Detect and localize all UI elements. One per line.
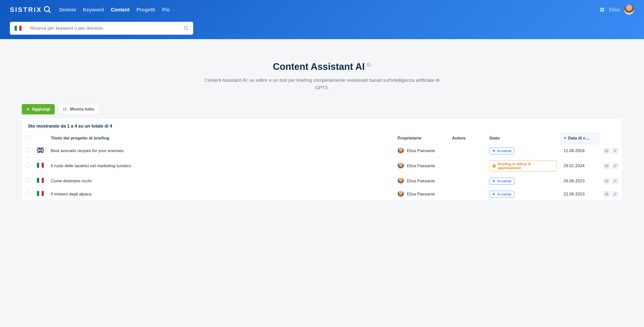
pencil-icon xyxy=(613,164,617,168)
brand-text: SISTRIX xyxy=(10,6,42,14)
date-cell: 29.01.2024 xyxy=(560,157,600,174)
search-icon xyxy=(184,26,189,31)
pencil-icon: ✎ xyxy=(492,192,496,196)
owner-avatar xyxy=(398,163,404,169)
nav-domini[interactable]: Domini xyxy=(59,7,76,13)
username[interactable]: Elisa xyxy=(609,7,620,13)
svg-line-1 xyxy=(48,11,50,12)
table-row: Il mistero degli alpacaElisa Paesante✎In… xyxy=(22,188,622,201)
owner-avatar xyxy=(398,148,404,154)
view-button[interactable] xyxy=(603,178,610,184)
page-subtitle: Content Assistant AI: un editor e un too… xyxy=(201,76,443,92)
svg-rect-4 xyxy=(600,10,602,12)
user-area: Elisa xyxy=(600,5,634,14)
flag-it-icon xyxy=(37,178,44,183)
list-icon xyxy=(63,107,67,112)
author-cell xyxy=(448,157,486,174)
eye-icon xyxy=(604,164,608,168)
main-content: Content Assistant AI ? Content Assistant… xyxy=(0,39,644,211)
sort-desc-icon: ▼ xyxy=(564,136,567,140)
svg-line-7 xyxy=(187,29,188,30)
nav-more-label: Più xyxy=(162,7,170,13)
owner-name: Elisa Paesante xyxy=(407,148,435,153)
edit-button[interactable] xyxy=(612,148,618,154)
pencil-icon xyxy=(613,149,617,153)
add-button[interactable]: + Aggiungi xyxy=(22,104,55,114)
eye-icon xyxy=(604,192,608,196)
status-badge[interactable]: ✎In corso xyxy=(489,178,514,184)
flag-gb-icon xyxy=(37,148,44,152)
view-button[interactable] xyxy=(603,148,610,154)
col-date-label: Data di c… xyxy=(568,136,590,140)
searchbar xyxy=(10,22,193,35)
briefings-table: Titolo del progetto di briefing Propriet… xyxy=(22,132,622,201)
plus-icon: + xyxy=(26,107,30,112)
magnifier-icon xyxy=(43,6,52,14)
show-all-label: Mostra tutto xyxy=(70,107,94,112)
pencil-icon: ✎ xyxy=(492,149,496,153)
svg-point-12 xyxy=(64,110,64,110)
main-nav: Domini Keyword Content Progetti Più xyxy=(59,7,174,13)
edit-button[interactable] xyxy=(612,191,618,198)
country-select[interactable] xyxy=(10,22,26,35)
svg-point-14 xyxy=(606,150,607,151)
view-button[interactable] xyxy=(603,163,610,169)
col-title[interactable]: Titolo del progetto di briefing xyxy=(47,132,394,144)
pencil-icon xyxy=(613,192,617,196)
chevron-down-icon xyxy=(172,8,175,12)
pencil-icon: ✎ xyxy=(492,179,496,183)
nav-keyword[interactable]: Keyword xyxy=(83,7,104,13)
row-checkbox[interactable] xyxy=(26,148,30,152)
flag-it-icon xyxy=(14,26,22,31)
owner-avatar xyxy=(398,191,404,198)
avatar[interactable] xyxy=(624,5,634,14)
view-button[interactable] xyxy=(603,191,610,198)
search-input[interactable] xyxy=(26,22,179,35)
page-title: Content Assistant AI ? xyxy=(273,62,371,72)
svg-point-8 xyxy=(64,108,64,108)
add-button-label: Aggiungi xyxy=(32,107,50,112)
brand-logo[interactable]: SISTRIX xyxy=(10,6,52,14)
help-icon[interactable]: ? xyxy=(366,62,371,67)
search-button[interactable] xyxy=(179,22,193,35)
status-label: Briefing in attesa di approvazione xyxy=(498,162,553,170)
edit-button[interactable] xyxy=(612,163,618,169)
status-label: In corso xyxy=(497,179,511,183)
nav-progetti[interactable]: Progetti xyxy=(136,7,155,13)
status-badge[interactable]: ✎In corso xyxy=(489,191,514,198)
owner-name: Elisa Paesante xyxy=(407,192,435,197)
col-owner[interactable]: Proprietario xyxy=(394,132,448,144)
briefing-title-link[interactable]: Best avocado recipes for your enemies xyxy=(51,148,124,153)
briefing-title-link[interactable]: Come diventare ricchi xyxy=(51,178,92,183)
row-checkbox[interactable] xyxy=(26,163,30,168)
hero: Content Assistant AI ? Content Assistant… xyxy=(201,62,443,92)
table-row: Il ruolo delle lavatrici nel marketing t… xyxy=(22,157,622,174)
show-all-button[interactable]: Mostra tutto xyxy=(58,104,99,114)
nav-more[interactable]: Più xyxy=(162,7,175,13)
status-badge[interactable]: !Briefing in attesa di approvazione xyxy=(489,160,556,172)
col-author[interactable]: Autore xyxy=(448,132,486,144)
col-date[interactable]: ▼Data di c… xyxy=(560,132,600,144)
svg-rect-2 xyxy=(600,8,602,10)
col-status[interactable]: Stato xyxy=(486,132,560,144)
svg-point-15 xyxy=(606,166,607,166)
owner-avatar xyxy=(398,178,404,184)
status-badge[interactable]: ✎In corso xyxy=(489,148,514,154)
flag-it-icon xyxy=(37,163,44,168)
nav-content[interactable]: Content xyxy=(111,7,130,13)
briefing-title-link[interactable]: Il mistero degli alpaca xyxy=(51,192,92,196)
author-cell xyxy=(448,144,486,157)
topbar: SISTRIX Domini Keyword Content Progetti … xyxy=(0,0,644,39)
status-label: In corso xyxy=(497,192,511,196)
edit-button[interactable] xyxy=(612,178,618,184)
pencil-icon xyxy=(613,179,617,183)
date-cell: 12.06.2024 xyxy=(560,144,600,157)
eye-icon xyxy=(604,179,608,183)
select-all-checkbox[interactable] xyxy=(26,136,30,140)
apps-icon[interactable] xyxy=(600,7,604,12)
row-checkbox[interactable] xyxy=(26,191,30,196)
date-cell: 26.06.2023 xyxy=(560,174,600,188)
briefing-title-link[interactable]: Il ruolo delle lavatrici nel marketing t… xyxy=(51,164,131,168)
author-cell xyxy=(448,174,486,188)
row-checkbox[interactable] xyxy=(26,178,30,182)
